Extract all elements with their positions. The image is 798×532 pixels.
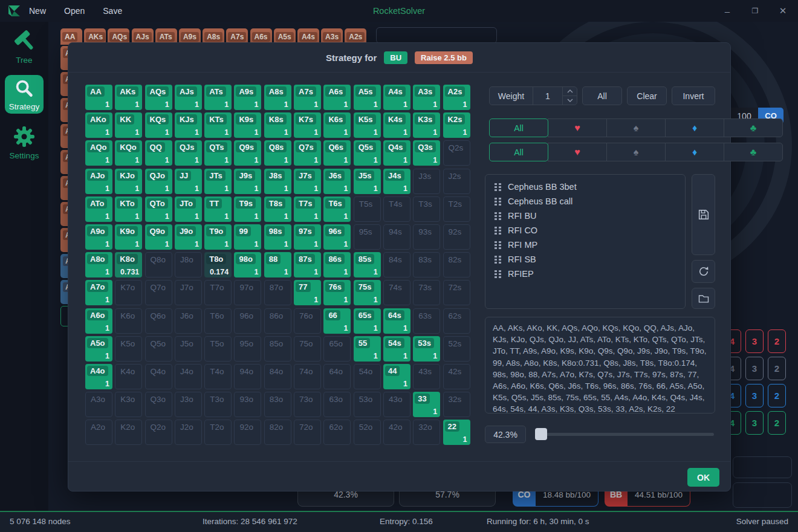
matrix-cell-32o[interactable]: 32o [413,420,440,445]
matrix-cell-Q4s[interactable]: Q4s1 [383,140,410,166]
matrix-cell-AJo[interactable]: AJo1 [85,169,112,194]
matrix-cell-55[interactable]: 551 [354,336,381,362]
matrix-cell-63s[interactable]: 63s [413,308,440,334]
matrix-cell-A8o[interactable]: A8o1 [85,252,112,277]
matrix-cell-22[interactable]: 221 [443,420,470,445]
matrix-cell-83o[interactable]: 83o [264,392,291,417]
matrix-cell-T9s[interactable]: T9s1 [234,196,261,222]
matrix-cell-42o[interactable]: 42o [383,420,410,445]
matrix-cell-J3o[interactable]: J3o [175,392,202,417]
matrix-cell-93s[interactable]: 93s [413,224,440,250]
matrix-cell-A6o[interactable]: A6o1 [85,308,112,334]
matrix-cell-K6o[interactable]: K6o [115,308,142,334]
matrix-cell-75o[interactable]: 75o [294,336,321,362]
matrix-cell-65s[interactable]: 65s1 [354,308,381,334]
suit-filter-diamond[interactable]: ♦ [665,118,724,137]
matrix-cell-52o[interactable]: 52o [354,420,381,445]
matrix-cell-Q8s[interactable]: Q8s1 [264,140,291,166]
suit-filter-spade[interactable]: ♠ [606,118,666,137]
card-2-hearts[interactable]: 2 [768,329,786,353]
matrix-cell-85s[interactable]: 85s1 [354,252,381,277]
matrix-cell-99[interactable]: 991 [234,224,261,250]
matrix-cell-98o[interactable]: 98o1 [234,252,261,277]
close-button[interactable]: ✕ [776,5,790,16]
matrix-cell-76o[interactable]: 76o [294,308,321,334]
matrix-cell-J9s[interactable]: J9s1 [234,169,261,194]
saved-range-item[interactable]: RFI CO [485,223,685,238]
matrix-cell-T9o[interactable]: T9o1 [204,224,232,250]
matrix-cell-KQo[interactable]: KQo1 [115,140,142,166]
matrix-cell-J8s[interactable]: J8s1 [264,169,291,194]
clear-button[interactable]: Clear [627,86,667,105]
matrix-cell-53o[interactable]: 53o [354,392,381,417]
matrix-cell-J2s[interactable]: J2s [443,169,470,194]
matrix-cell-QJs[interactable]: QJs1 [175,140,202,166]
matrix-cell-62o[interactable]: 62o [323,420,351,445]
matrix-cell-A5s[interactable]: A5s1 [354,85,381,110]
matrix-cell-86s[interactable]: 86s1 [323,252,351,277]
range-percent-slider[interactable] [535,433,714,436]
matrix-cell-J4o[interactable]: J4o [175,364,202,389]
matrix-cell-J8o[interactable]: J8o [175,252,202,277]
matrix-cell-83s[interactable]: 83s [413,252,440,277]
matrix-cell-Q9o[interactable]: Q9o1 [145,224,172,250]
matrix-cell-KTs[interactable]: KTs1 [204,112,232,138]
matrix-cell-JJ[interactable]: JJ1 [175,169,202,194]
matrix-cell-Q9s[interactable]: Q9s1 [234,140,261,166]
matrix-cell-Q4o[interactable]: Q4o [145,364,172,389]
matrix-cell-93o[interactable]: 93o [234,392,261,417]
matrix-cell-Q2o[interactable]: Q2o [145,420,172,445]
card-3-diamonds[interactable]: 3 [745,384,764,407]
matrix-cell-KQs[interactable]: KQs1 [145,112,172,138]
saved-range-item[interactable]: RFI SB [485,252,685,267]
matrix-cell-A3o[interactable]: A3o [85,392,112,417]
matrix-cell-64o[interactable]: 64o [323,364,351,389]
suit-filter-diamond[interactable]: ♦ [665,143,724,161]
matrix-cell-A9s[interactable]: A9s1 [234,85,261,110]
save-range-button[interactable] [692,174,715,255]
matrix-cell-95o[interactable]: 95o [234,336,261,362]
matrix-cell-42s[interactable]: 42s [443,364,470,389]
select-all-button[interactable]: All [582,86,622,105]
matrix-cell-K4s[interactable]: K4s1 [383,112,410,138]
matrix-cell-J6o[interactable]: J6o [175,308,202,334]
saved-range-item[interactable]: Cepheus BB call [485,194,685,209]
matrix-cell-J7o[interactable]: J7o [175,280,202,305]
suit-filter-club[interactable]: ♣ [724,143,783,161]
matrix-cell-T6o[interactable]: T6o [204,308,232,334]
matrix-cell-92s[interactable]: 92s [443,224,470,250]
saved-range-item[interactable]: Cepheus BB 3bet [485,180,685,194]
matrix-cell-KTo[interactable]: KTo1 [115,196,142,222]
matrix-cell-82o[interactable]: 82o [264,420,291,445]
matrix-cell-43s[interactable]: 43s [413,364,440,389]
matrix-cell-77[interactable]: 771 [294,280,321,305]
matrix-cell-T2o[interactable]: T2o [204,420,232,445]
suit-filter-club[interactable]: ♣ [724,118,783,137]
saved-range-item[interactable]: RFI MP [485,238,685,252]
matrix-cell-AQo[interactable]: AQo1 [85,140,112,166]
matrix-cell-K3s[interactable]: K3s1 [413,112,440,138]
matrix-cell-72o[interactable]: 72o [294,420,321,445]
matrix-cell-T7o[interactable]: T7o [204,280,232,305]
matrix-cell-A8s[interactable]: A8s1 [264,85,291,110]
matrix-cell-K2o[interactable]: K2o [115,420,142,445]
ok-button[interactable]: OK [687,468,719,487]
matrix-cell-75s[interactable]: 75s1 [354,280,381,305]
suit-filter-spade[interactable]: ♠ [606,143,666,161]
matrix-cell-AKo[interactable]: AKo1 [85,112,112,138]
matrix-cell-Q3s[interactable]: Q3s1 [413,140,440,166]
matrix-cell-J3s[interactable]: J3s [413,169,440,194]
matrix-cell-66[interactable]: 661 [323,308,351,334]
matrix-cell-K3o[interactable]: K3o [115,392,142,417]
matrix-cell-QTs[interactable]: QTs1 [204,140,232,166]
sidebar-item-tree[interactable]: Tree [0,28,48,65]
matrix-cell-KJs[interactable]: KJs1 [175,112,202,138]
matrix-cell-62s[interactable]: 62s [443,308,470,334]
matrix-cell-Q2s[interactable]: Q2s [443,140,470,166]
minimize-button[interactable]: – [721,6,734,16]
matrix-cell-44[interactable]: 441 [383,364,410,389]
matrix-cell-54o[interactable]: 54o [354,364,381,389]
matrix-cell-Q3o[interactable]: Q3o [145,392,172,417]
matrix-cell-J5o[interactable]: J5o [175,336,202,362]
matrix-cell-J5s[interactable]: J5s1 [354,169,381,194]
